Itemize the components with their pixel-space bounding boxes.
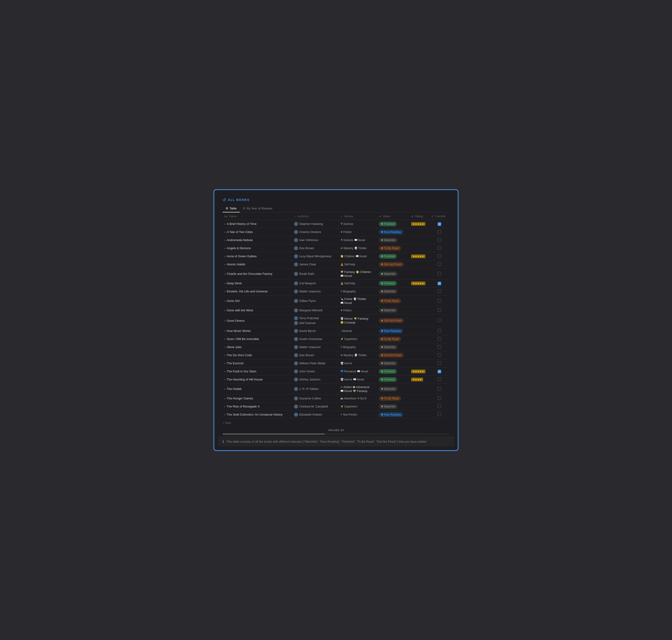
col-rating[interactable]: ⊕ Rating [409,213,429,220]
favorite-checkbox[interactable] [438,405,441,408]
favorite-checkbox[interactable] [438,299,441,302]
status-badge[interactable]: Finished [379,369,397,374]
favorite-cell[interactable] [429,403,450,410]
favorite-cell[interactable] [429,252,450,260]
status-cell[interactable]: Now Reading [377,410,409,419]
favorite-cell[interactable]: ✓ [429,367,450,375]
favorite-cell[interactable] [429,236,450,244]
status-badge[interactable]: Watchlist [379,345,397,349]
status-cell[interactable]: Watchlist [377,359,409,367]
favorite-cell[interactable] [429,383,450,394]
favorite-cell[interactable] [429,268,450,279]
status-badge[interactable]: Now Reading [379,412,403,417]
status-cell[interactable]: Watchlist [377,236,409,244]
status-badge[interactable]: Watchlist [379,308,397,313]
favorite-checkbox[interactable] [438,412,441,416]
favorite-cell[interactable] [429,394,450,403]
status-cell[interactable]: Watchlist [377,343,409,351]
favorite-checkbox[interactable] [438,272,441,275]
status-cell[interactable]: To Be Read [377,335,409,343]
status-badge[interactable]: Did Not Finish [379,353,404,358]
favorite-checkbox[interactable]: ✓ [438,282,441,285]
add-new-button[interactable]: + New [218,419,454,427]
favorite-cell[interactable] [429,314,450,327]
favorite-cell[interactable] [429,295,450,306]
favorite-checkbox[interactable] [438,337,441,340]
favorite-checkbox[interactable] [438,329,441,332]
favorite-cell[interactable] [429,244,450,252]
favorite-cell[interactable] [429,359,450,367]
favorite-checkbox[interactable] [438,387,441,390]
status-badge[interactable]: To Be Read [379,299,401,303]
status-cell[interactable]: Watchlist [377,403,409,410]
favorite-checkbox[interactable] [438,361,441,365]
col-genres[interactable]: ↗ Genres [338,213,377,220]
status-badge[interactable]: Watchlist [379,238,397,243]
status-badge[interactable]: Watchlist [379,289,397,294]
favorite-checkbox[interactable] [438,230,441,233]
status-badge[interactable]: Now Reading [379,329,403,333]
status-badge[interactable]: Watchlist [379,361,397,366]
favorite-checkbox[interactable] [438,319,441,322]
status-cell[interactable]: Now Reading [377,327,409,335]
favorite-cell[interactable] [429,287,450,295]
favorite-checkbox[interactable] [438,377,441,381]
status-badge[interactable]: Did Not Finish [379,262,404,267]
status-cell[interactable]: Finished [377,367,409,375]
favorite-checkbox[interactable] [438,238,441,242]
status-badge[interactable]: Finished [379,281,397,286]
status-badge[interactable]: Finished [379,377,397,382]
status-cell[interactable]: Watchlist [377,268,409,279]
favorite-checkbox[interactable] [438,345,441,349]
favorite-cell[interactable] [429,260,450,268]
status-badge[interactable]: Finished [379,222,397,226]
status-cell[interactable]: Finished [377,252,409,260]
favorite-cell[interactable] [429,410,450,419]
status-badge[interactable]: To Be Read [379,396,401,401]
favorite-checkbox[interactable] [438,254,441,258]
favorite-cell[interactable]: ✓ [429,279,450,287]
status-badge[interactable]: Did Not Finish [379,318,404,323]
status-cell[interactable]: To Be Read [377,394,409,403]
col-name[interactable]: Aa Name [222,213,292,220]
favorite-cell[interactable] [429,327,450,335]
status-cell[interactable]: Watchlist [377,287,409,295]
col-authors[interactable]: ↗ Author(s) [292,213,338,220]
favorite-checkbox[interactable] [438,308,441,312]
status-cell[interactable]: Did Not Finish [377,314,409,327]
favorite-checkbox[interactable] [438,246,441,250]
status-cell[interactable]: Finished [377,220,409,228]
favorite-cell[interactable] [429,228,450,236]
favorite-cell[interactable]: ✓ [429,220,450,228]
status-badge[interactable]: Watchlist [379,387,397,391]
favorite-cell[interactable] [429,343,450,351]
favorite-checkbox[interactable] [438,396,441,400]
favorite-checkbox[interactable] [438,353,441,357]
favorite-cell[interactable] [429,306,450,314]
favorite-checkbox[interactable] [438,262,441,266]
status-cell[interactable]: To Be Read [377,244,409,252]
scrollbar[interactable] [222,433,450,435]
favorite-cell[interactable] [429,335,450,343]
status-cell[interactable]: Did Not Finish [377,260,409,268]
status-cell[interactable]: Watchlist [377,383,409,394]
status-cell[interactable]: Did Not Finish [377,351,409,359]
favorite-cell[interactable] [429,375,450,383]
status-badge[interactable]: Watchlist [379,404,397,409]
status-badge[interactable]: Finished [379,254,397,259]
favorite-cell[interactable] [429,351,450,359]
status-cell[interactable]: Now Reading [377,228,409,236]
favorite-checkbox[interactable]: ✓ [438,222,441,226]
tab-table[interactable]: ⊞ Table [222,205,240,213]
status-cell[interactable]: Finished [377,375,409,383]
status-badge[interactable]: Watchlist [379,272,397,276]
status-badge[interactable]: To Be Read [379,246,401,250]
col-status[interactable]: ✦ Status [377,213,409,220]
status-badge[interactable]: To Be Read [379,337,401,341]
status-cell[interactable]: Watchlist [377,306,409,314]
status-badge[interactable]: Now Reading [379,230,403,234]
status-cell[interactable]: Finished [377,279,409,287]
col-favorite[interactable]: ☑ Favorite [429,213,450,220]
favorite-checkbox[interactable] [438,289,441,293]
favorite-checkbox[interactable]: ✓ [438,370,441,373]
